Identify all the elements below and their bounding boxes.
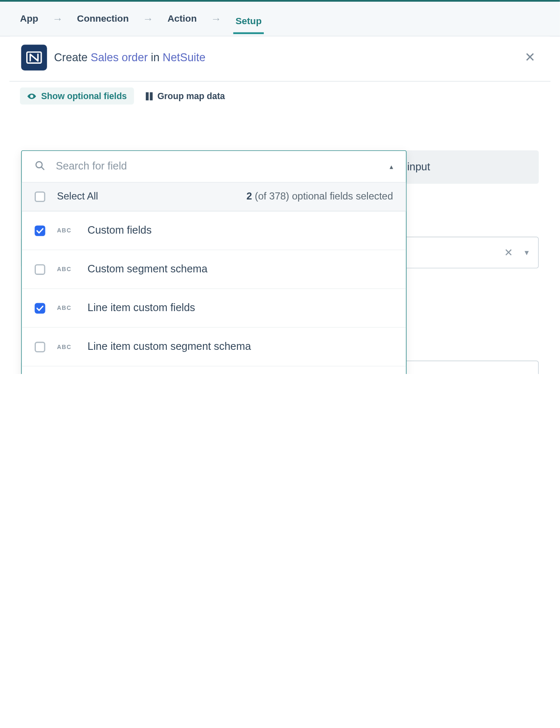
svg-rect-2: [150, 92, 152, 100]
arrow-icon: →: [48, 12, 68, 25]
show-optional-fields-button[interactable]: Show optional fields: [20, 87, 134, 105]
dropdown-list: ABCCustom fieldsABCCustom segment schema…: [22, 212, 406, 374]
dropdown-item[interactable]: ABCLine item custom segment schema: [22, 328, 406, 366]
eye-icon: [27, 93, 37, 99]
show-optional-label: Show optional fields: [41, 91, 127, 101]
dropdown-item[interactable]: ABCLine item custom fields: [22, 289, 406, 328]
content-area: Enter custom field internal names, separ…: [10, 150, 551, 374]
close-icon[interactable]: ✕: [521, 46, 539, 69]
select-all-row[interactable]: Select All 2 (of 378) optional fields se…: [22, 183, 406, 212]
group-map-label: Group map data: [158, 91, 225, 101]
optional-fields-dropdown: ▴ Select All 2 (of 378) optional fields …: [21, 150, 407, 374]
step-app[interactable]: App: [18, 10, 40, 27]
item-checkbox[interactable]: [35, 264, 45, 274]
search-input[interactable]: [56, 160, 379, 173]
dropdown-search-row: ▴: [22, 151, 406, 182]
abc-type-icon: ABC: [57, 344, 76, 350]
clear-icon[interactable]: ✕: [502, 244, 515, 261]
item-checkbox[interactable]: [35, 303, 45, 313]
svg-rect-1: [145, 92, 148, 100]
selected-count-text: 2 (of 378) optional fields selected: [246, 191, 393, 202]
item-label: Line item custom fields: [88, 302, 195, 314]
chevron-down-icon[interactable]: ▾: [525, 248, 529, 257]
app-link[interactable]: NetSuite: [162, 51, 205, 64]
title-mid: in: [148, 51, 163, 64]
item-checkbox[interactable]: [35, 342, 45, 352]
dropdown-item[interactable]: ABCExternal ID: [22, 366, 406, 374]
step-action[interactable]: Action: [165, 10, 199, 27]
abc-type-icon: ABC: [57, 227, 76, 234]
arrow-icon: →: [138, 12, 158, 25]
title-prefix: Create: [54, 51, 91, 64]
abc-type-icon: ABC: [57, 266, 76, 273]
columns-icon: [145, 92, 152, 100]
card-header: Create Sales order in NetSuite ✕: [10, 36, 551, 82]
step-setup[interactable]: Setup: [233, 12, 264, 34]
item-label: Line item custom segment schema: [88, 341, 251, 353]
stepper: App → Connection → Action → Setup: [0, 2, 560, 36]
netsuite-logo-icon: [21, 45, 47, 70]
dropdown-item[interactable]: ABCCustom segment schema: [22, 250, 406, 289]
abc-type-icon: ABC: [57, 305, 76, 312]
toolbar: Show optional fields Group map data: [10, 82, 551, 109]
object-link[interactable]: Sales order: [91, 51, 148, 64]
item-label: Custom fields: [88, 224, 152, 237]
arrow-icon: →: [206, 12, 226, 25]
group-map-data-button[interactable]: Group map data: [139, 87, 232, 105]
item-label: Custom segment schema: [88, 263, 208, 276]
caret-up-icon[interactable]: ▴: [390, 162, 393, 171]
card: Create Sales order in NetSuite ✕ Show op…: [10, 36, 551, 374]
chevron-down-icon[interactable]: ▾: [525, 372, 529, 374]
dropdown-item[interactable]: ABCCustom fields: [22, 212, 406, 250]
select-all-checkbox[interactable]: [35, 192, 45, 202]
card-title: Create Sales order in NetSuite: [54, 51, 205, 64]
search-icon: [35, 160, 45, 173]
item-checkbox[interactable]: [35, 225, 45, 236]
svg-line-4: [41, 167, 44, 170]
step-connection[interactable]: Connection: [75, 10, 131, 27]
select-all-label: Select All: [57, 191, 98, 202]
